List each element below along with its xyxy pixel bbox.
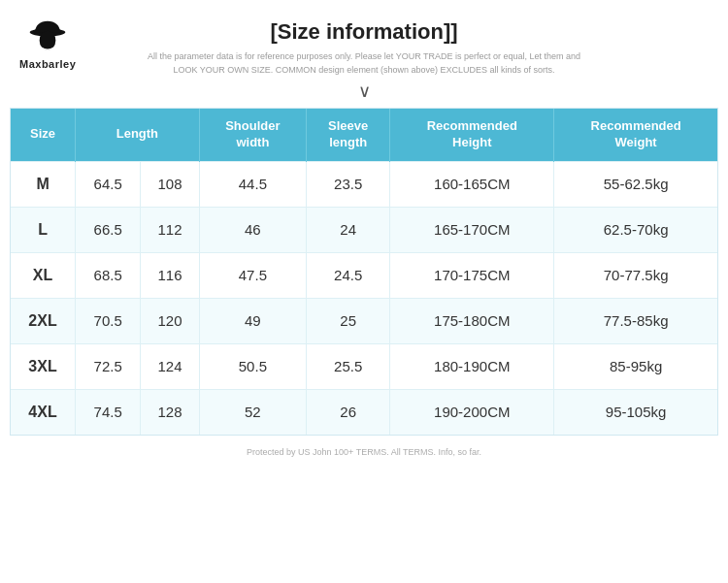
- cell-sleeve: 25: [307, 298, 390, 343]
- page-title: [Size information]]: [270, 19, 457, 45]
- cell-length2: 124: [141, 343, 200, 389]
- cell-length1: 74.5: [76, 389, 141, 435]
- cell-length1: 72.5: [76, 343, 141, 389]
- table-row: L66.51124624165-170CM62.5-70kg: [11, 207, 717, 252]
- cell-length1: 70.5: [76, 298, 141, 343]
- logo-text: Maxbarley: [19, 58, 76, 70]
- cell-height: 160-165CM: [390, 161, 554, 207]
- table-header-row: Size Length Shoulderwidth Sleevelength R…: [11, 109, 717, 161]
- svg-point-1: [40, 31, 56, 50]
- col-shoulder: Shoulderwidth: [199, 109, 306, 161]
- cell-shoulder: 44.5: [199, 161, 306, 207]
- cell-size: 4XL: [11, 389, 76, 435]
- cell-height: 165-170CM: [390, 207, 554, 252]
- cell-weight: 85-95kg: [554, 343, 717, 389]
- cell-weight: 77.5-85kg: [554, 298, 717, 343]
- logo-icon: [23, 10, 72, 58]
- cell-length1: 68.5: [76, 252, 141, 298]
- cell-sleeve: 24.5: [307, 252, 390, 298]
- cell-length2: 116: [141, 252, 200, 298]
- header: Maxbarley [Size information]] All the pa…: [0, 0, 728, 108]
- cell-shoulder: 50.5: [199, 343, 306, 389]
- cell-weight: 95-105kg: [554, 389, 717, 435]
- footer-note: Protected by US John 100+ TERMS. All TER…: [247, 447, 481, 457]
- cell-length2: 120: [141, 298, 200, 343]
- cell-sleeve: 23.5: [307, 161, 390, 207]
- cell-shoulder: 52: [199, 389, 306, 435]
- col-sleeve: Sleevelength: [307, 109, 390, 161]
- cell-height: 170-175CM: [390, 252, 554, 298]
- cell-length1: 64.5: [76, 161, 141, 207]
- page: Maxbarley [Size information]] All the pa…: [0, 0, 728, 583]
- cell-height: 190-200CM: [390, 389, 554, 435]
- table-row: 3XL72.512450.525.5180-190CM85-95kg: [11, 343, 717, 389]
- cell-size: M: [11, 161, 76, 207]
- cell-length2: 112: [141, 207, 200, 252]
- expand-chevron[interactable]: ∨: [358, 81, 371, 102]
- cell-shoulder: 46: [199, 207, 306, 252]
- cell-sleeve: 24: [307, 207, 390, 252]
- logo-area: Maxbarley: [19, 10, 76, 70]
- col-length: Length: [76, 109, 200, 161]
- cell-shoulder: 47.5: [199, 252, 306, 298]
- size-table: Size Length Shoulderwidth Sleevelength R…: [11, 109, 717, 435]
- size-table-wrapper: Size Length Shoulderwidth Sleevelength R…: [10, 108, 718, 436]
- cell-sleeve: 26: [307, 389, 390, 435]
- col-weight: RecommendedWeight: [554, 109, 717, 161]
- cell-length2: 108: [141, 161, 200, 207]
- cell-weight: 62.5-70kg: [554, 207, 717, 252]
- cell-weight: 55-62.5kg: [554, 161, 717, 207]
- table-row: M64.510844.523.5160-165CM55-62.5kg: [11, 161, 717, 207]
- cell-height: 180-190CM: [390, 343, 554, 389]
- cell-length1: 66.5: [76, 207, 141, 252]
- cell-shoulder: 49: [199, 298, 306, 343]
- table-row: 2XL70.51204925175-180CM77.5-85kg: [11, 298, 717, 343]
- col-size: Size: [11, 109, 76, 161]
- cell-size: 2XL: [11, 298, 76, 343]
- cell-weight: 70-77.5kg: [554, 252, 717, 298]
- cell-height: 175-180CM: [390, 298, 554, 343]
- cell-sleeve: 25.5: [307, 343, 390, 389]
- cell-size: XL: [11, 252, 76, 298]
- cell-size: 3XL: [11, 343, 76, 389]
- col-height: RecommendedHeight: [390, 109, 554, 161]
- table-row: 4XL74.51285226190-200CM95-105kg: [11, 389, 717, 435]
- subtitle: All the parameter data is for reference …: [148, 50, 580, 77]
- cell-length2: 128: [141, 389, 200, 435]
- table-row: XL68.511647.524.5170-175CM70-77.5kg: [11, 252, 717, 298]
- cell-size: L: [11, 207, 76, 252]
